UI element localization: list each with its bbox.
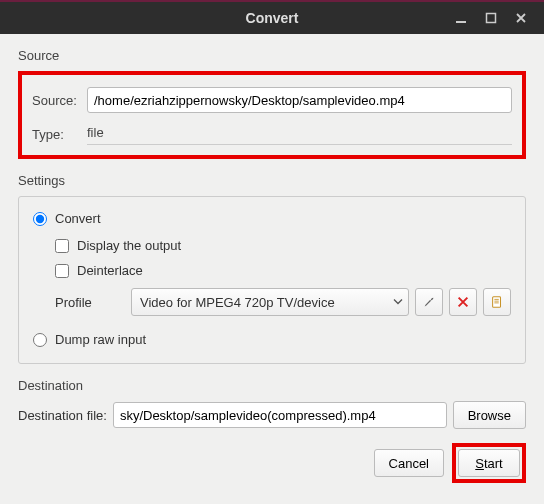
close-icon (515, 12, 527, 24)
destination-section-label: Destination (18, 378, 526, 393)
dump-raw-label: Dump raw input (55, 332, 146, 347)
type-value: file (87, 123, 512, 145)
display-output-checkbox[interactable] (55, 239, 69, 253)
display-output-row[interactable]: Display the output (55, 238, 511, 253)
profile-row: Profile Video for MPEG4 720p TV/device (55, 288, 511, 316)
profile-label: Profile (55, 295, 125, 310)
maximize-icon (485, 12, 497, 24)
profile-select[interactable]: Video for MPEG4 720p TV/device (131, 288, 409, 316)
start-button-highlight: Start (452, 443, 526, 483)
new-profile-button[interactable] (483, 288, 511, 316)
action-buttons: Cancel Start (18, 443, 526, 483)
source-field-label: Source: (32, 93, 87, 108)
window-title: Convert (246, 10, 299, 26)
dialog-content: Source Source: Type: file Settings Conve… (0, 34, 544, 493)
destination-label: Destination file: (18, 408, 107, 423)
svg-rect-0 (456, 21, 466, 23)
convert-radio[interactable] (33, 212, 47, 226)
dump-raw-row[interactable]: Dump raw input (33, 332, 511, 347)
source-section-label: Source (18, 48, 526, 63)
deinterlace-checkbox[interactable] (55, 264, 69, 278)
edit-profile-button[interactable] (415, 288, 443, 316)
maximize-button[interactable] (476, 6, 506, 30)
profile-select-value: Video for MPEG4 720p TV/device (140, 295, 335, 310)
wrench-icon (422, 295, 436, 309)
browse-button[interactable]: Browse (453, 401, 526, 429)
source-group: Source: Type: file (18, 71, 526, 159)
svg-rect-2 (493, 297, 501, 308)
new-profile-icon (490, 295, 504, 309)
titlebar: Convert (0, 0, 544, 34)
settings-group: Convert Display the output Deinterlace P… (18, 196, 526, 364)
svg-rect-1 (487, 14, 496, 23)
source-input[interactable] (87, 87, 512, 113)
cancel-button[interactable]: Cancel (374, 449, 444, 477)
type-field-label: Type: (32, 127, 87, 142)
start-mnemonic: S (475, 456, 484, 471)
destination-input[interactable] (113, 402, 447, 428)
convert-radio-row[interactable]: Convert (33, 211, 511, 226)
profile-select-wrap: Video for MPEG4 720p TV/device (131, 288, 409, 316)
minimize-icon (455, 12, 467, 24)
display-output-label: Display the output (77, 238, 181, 253)
start-button[interactable]: Start (458, 449, 520, 477)
minimize-button[interactable] (446, 6, 476, 30)
convert-radio-label: Convert (55, 211, 101, 226)
delete-profile-button[interactable] (449, 288, 477, 316)
deinterlace-label: Deinterlace (77, 263, 143, 278)
deinterlace-row[interactable]: Deinterlace (55, 263, 511, 278)
delete-icon (456, 295, 470, 309)
dump-raw-radio[interactable] (33, 333, 47, 347)
close-button[interactable] (506, 6, 536, 30)
settings-section-label: Settings (18, 173, 526, 188)
destination-row: Destination file: Browse (18, 401, 526, 429)
window-controls (446, 6, 536, 30)
start-rest: tart (484, 456, 503, 471)
